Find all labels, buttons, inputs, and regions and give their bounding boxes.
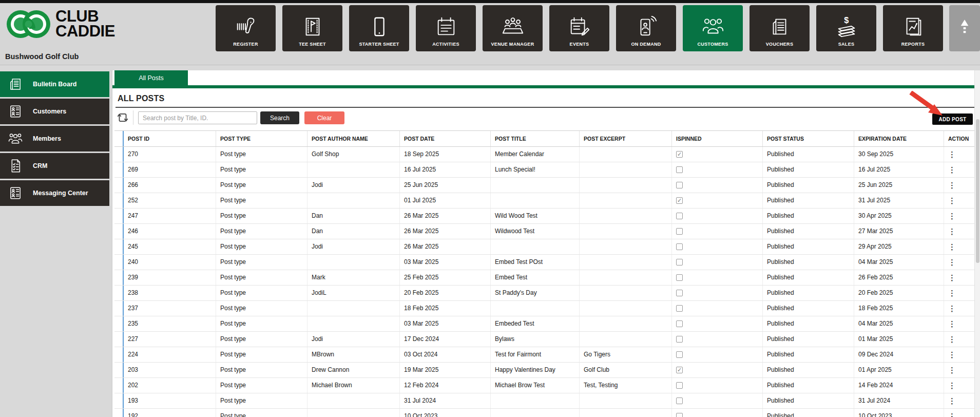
ispinned-checkbox[interactable]: [676, 243, 683, 250]
cell-action: ⋮: [944, 393, 975, 408]
ispinned-checkbox[interactable]: [676, 213, 683, 219]
row-actions-menu-icon[interactable]: ⋮: [948, 258, 956, 267]
tab-all-posts[interactable]: All Posts: [114, 70, 188, 85]
ispinned-checkbox[interactable]: [676, 274, 683, 281]
row-actions-menu-icon[interactable]: ⋮: [948, 335, 956, 344]
row-actions-menu-icon[interactable]: ⋮: [948, 150, 956, 159]
ispinned-checkbox[interactable]: [676, 290, 683, 296]
nav-on-demand[interactable]: ON DEMAND: [616, 5, 676, 51]
col-action[interactable]: ACTION: [944, 131, 975, 146]
table-row[interactable]: 247 Post type Dan 26 Mar 2025 Wild Wood …: [114, 208, 975, 224]
ispinned-checkbox[interactable]: [676, 367, 683, 373]
ispinned-checkbox[interactable]: [676, 305, 683, 312]
row-actions-menu-icon[interactable]: ⋮: [948, 273, 956, 282]
ispinned-checkbox[interactable]: [676, 320, 683, 327]
refresh-icon[interactable]: [117, 111, 129, 124]
ispinned-checkbox[interactable]: [676, 259, 683, 266]
table-row[interactable]: 239 Post type Mark 25 Feb 2025 Embed Tes…: [114, 270, 975, 286]
cell-post-date: 10 Oct 2023: [400, 409, 491, 417]
nav-sales[interactable]: $ SALES: [816, 5, 876, 51]
sidebar-item-bulletin-board[interactable]: Bulletin Board: [0, 71, 109, 97]
table-row[interactable]: 245 Post type Jodi 26 Mar 2025 Published…: [114, 239, 975, 255]
row-actions-menu-icon[interactable]: ⋮: [948, 289, 956, 297]
table-row[interactable]: 240 Post type 03 Mar 2025 Embed Test POs…: [114, 255, 975, 270]
cell-expiration-date: 14 Feb 2024: [854, 378, 944, 393]
cell-post-title: St Paddy's Day: [491, 286, 580, 300]
table-row[interactable]: 203 Post type Drew Cannon 19 Mar 2025 Ha…: [114, 363, 975, 378]
nav-tee-sheet[interactable]: TEE SHEET: [282, 5, 342, 51]
ispinned-checkbox[interactable]: [676, 336, 683, 343]
table-row[interactable]: 224 Post type MBrown 03 Oct 2024 Test fo…: [114, 347, 975, 363]
col-post-status[interactable]: POST STATUS: [763, 131, 854, 146]
row-actions-menu-icon[interactable]: ⋮: [948, 350, 956, 359]
nav-events[interactable]: EVENTS: [549, 5, 609, 51]
ispinned-checkbox[interactable]: [676, 197, 683, 204]
nav-customers[interactable]: CUSTOMERS: [683, 5, 743, 51]
table-row[interactable]: 246 Post type Dan 26 Mar 2025 Wildwood T…: [114, 224, 975, 239]
nav-reports[interactable]: REPORTS: [883, 5, 943, 51]
cell-expiration-date: 16 Jul 2025: [854, 162, 944, 177]
nav-starter-sheet[interactable]: STARTER SHEET: [349, 5, 409, 51]
table-row[interactable]: 269 Post type 16 Jul 2025 Lunch Special!…: [114, 162, 975, 178]
table-row[interactable]: 227 Post type Jodi 17 Dec 2024 Bylaws Pu…: [114, 332, 975, 347]
add-post-button[interactable]: ADD POST: [932, 113, 973, 125]
clear-button[interactable]: Clear: [304, 111, 344, 124]
table-row[interactable]: 202 Post type Michael Brown 12 Feb 2024 …: [114, 378, 975, 393]
ispinned-checkbox[interactable]: [676, 151, 683, 158]
col-post-id[interactable]: POST ID: [124, 131, 216, 146]
row-actions-menu-icon[interactable]: ⋮: [948, 196, 956, 205]
nav-venue-manager[interactable]: VENUE MANAGER: [483, 5, 543, 51]
scrollbar-thumb[interactable]: [976, 119, 979, 263]
ispinned-checkbox[interactable]: [676, 166, 683, 173]
cell-ispinned: [672, 301, 763, 316]
col-post-excerpt[interactable]: POST EXCERPT: [580, 131, 672, 146]
nav-vouchers[interactable]: VOUCHERS: [750, 5, 810, 51]
col-post-author-name[interactable]: POST AUTHOR NAME: [308, 131, 400, 146]
sidebar-item-crm[interactable]: CRM: [0, 153, 109, 179]
row-actions-menu-icon[interactable]: ⋮: [948, 319, 956, 328]
ispinned-checkbox[interactable]: [676, 413, 683, 417]
search-input[interactable]: [138, 111, 257, 124]
sidebar-item-messaging-center[interactable]: Messaging Center: [0, 180, 109, 206]
row-actions-menu-icon[interactable]: ⋮: [948, 212, 956, 220]
ispinned-checkbox[interactable]: [676, 228, 683, 235]
col-expiration-date[interactable]: EXPIRATION DATE: [854, 131, 944, 146]
row-spacer: [114, 286, 124, 300]
calendar-pencil-icon: [568, 14, 591, 40]
row-actions-menu-icon[interactable]: ⋮: [948, 366, 956, 374]
row-actions-menu-icon[interactable]: ⋮: [948, 165, 956, 174]
table-row[interactable]: 266 Post type Jodi 25 Jun 2025 Published…: [114, 178, 975, 193]
sidebar-item-members[interactable]: Members: [0, 126, 109, 151]
table-row[interactable]: 252 Post type 01 Jul 2025 Published 31 J…: [114, 193, 975, 208]
table-row[interactable]: 192 Post type 10 Oct 2023 Published 10 O…: [114, 409, 975, 417]
col-post-type[interactable]: POST TYPE: [216, 131, 308, 146]
sidebar-item-customers[interactable]: Customers: [0, 99, 109, 124]
table-row[interactable]: 193 Post type 31 Jul 2024 Published 31 J…: [114, 393, 975, 409]
nav-activities[interactable]: ACTIVITIES: [416, 5, 476, 51]
table-row[interactable]: 270 Post type Golf Shop 18 Sep 2025 Memb…: [114, 147, 975, 162]
nav-scroll-up-button[interactable]: [949, 5, 980, 51]
table-row[interactable]: 235 Post type 03 Mar 2025 Embeded Test P…: [114, 316, 975, 332]
col-post-date[interactable]: POST DATE: [400, 131, 491, 146]
row-actions-menu-icon[interactable]: ⋮: [948, 227, 956, 236]
ispinned-checkbox[interactable]: [676, 397, 683, 404]
col-ispinned[interactable]: ISPINNED: [672, 131, 763, 146]
search-button[interactable]: Search: [260, 111, 299, 124]
row-actions-menu-icon[interactable]: ⋮: [948, 242, 956, 251]
ispinned-checkbox[interactable]: [676, 382, 683, 389]
ispinned-checkbox[interactable]: [676, 351, 683, 358]
cell-expiration-date: 29 Apr 2025: [854, 239, 944, 254]
row-actions-menu-icon[interactable]: ⋮: [948, 304, 956, 313]
row-actions-menu-icon[interactable]: ⋮: [948, 396, 956, 405]
row-actions-menu-icon[interactable]: ⋮: [948, 412, 956, 417]
col-post-title[interactable]: POST TITLE: [491, 131, 580, 146]
table-row[interactable]: 238 Post type JodiL 20 Feb 2025 St Paddy…: [114, 286, 975, 301]
cell-ispinned: [672, 347, 763, 362]
row-actions-menu-icon[interactable]: ⋮: [948, 181, 956, 189]
row-actions-menu-icon[interactable]: ⋮: [948, 381, 956, 390]
cell-post-excerpt: [580, 301, 672, 316]
table-row[interactable]: 237 Post type 18 Feb 2025 Published 18 F…: [114, 301, 975, 316]
ispinned-checkbox[interactable]: [676, 182, 683, 188]
vertical-scrollbar[interactable]: [974, 70, 980, 417]
nav-register[interactable]: REGISTER: [216, 5, 276, 51]
